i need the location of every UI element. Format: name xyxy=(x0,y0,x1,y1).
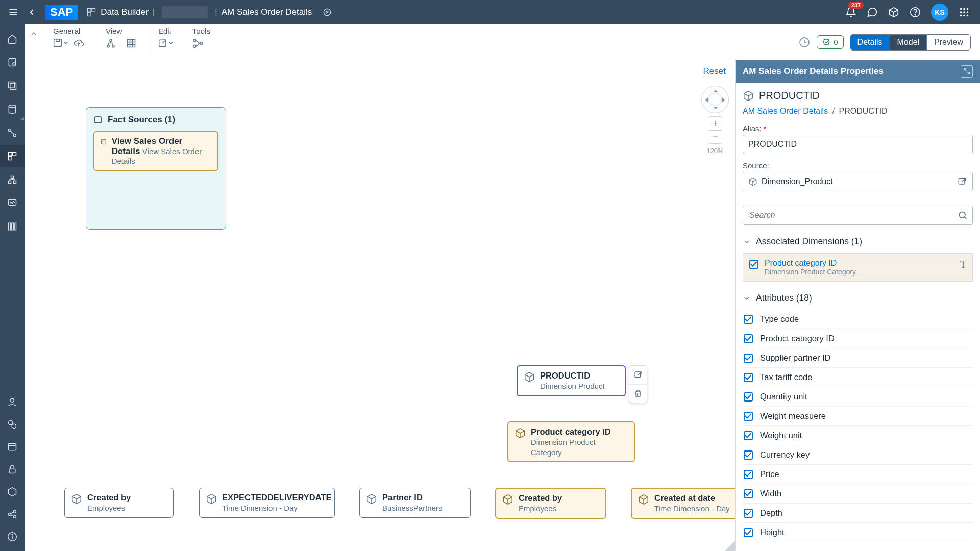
close-icon[interactable] xyxy=(321,6,333,18)
zoom-in-icon[interactable]: + xyxy=(708,117,722,130)
checkbox[interactable] xyxy=(744,489,753,498)
reset-button[interactable]: Reset xyxy=(703,66,726,77)
checkbox[interactable] xyxy=(744,354,753,363)
svg-line-81 xyxy=(372,496,376,499)
segment-details[interactable]: Details xyxy=(850,35,890,50)
chat-icon[interactable] xyxy=(867,7,878,18)
validation-pill[interactable]: 0 xyxy=(817,35,843,49)
rail-search-icon[interactable] xyxy=(0,413,24,436)
svg-rect-107 xyxy=(959,178,965,184)
attribute-row[interactable]: Depth xyxy=(743,504,973,523)
bc-root[interactable]: AM Sales Order Details xyxy=(743,107,828,115)
attribute-label: Tax tariff code xyxy=(760,372,812,382)
attribute-row[interactable]: Currency key xyxy=(743,445,973,465)
app-grid-icon[interactable] xyxy=(959,7,970,18)
attribute-row[interactable]: Supplier partner ID xyxy=(743,348,973,368)
node-partner-id[interactable]: Partner IDBusinessPartners xyxy=(359,488,471,518)
node-product-category[interactable]: Product category IDDimension Product Cat… xyxy=(507,421,635,462)
app-name[interactable]: Data Builder xyxy=(101,7,149,17)
rail-data-builder-icon[interactable] xyxy=(0,145,24,167)
node-created-at[interactable]: Created at dateTime Dimension - Day xyxy=(631,488,742,519)
history-icon[interactable] xyxy=(798,36,811,48)
resize-handle[interactable] xyxy=(725,541,735,551)
pan-compass[interactable] xyxy=(701,86,729,113)
svg-rect-54 xyxy=(54,39,62,47)
impact-icon[interactable] xyxy=(192,38,204,49)
rail-database-icon[interactable] xyxy=(0,98,24,120)
grid-view-icon[interactable] xyxy=(126,38,137,49)
save-icon[interactable] xyxy=(53,38,64,49)
attribute-row[interactable]: Height xyxy=(743,523,973,542)
menu-icon[interactable] xyxy=(4,3,22,21)
attribute-row[interactable]: Price xyxy=(743,465,973,484)
node-created-by-1[interactable]: Created byEmployees xyxy=(64,488,174,518)
checkbox[interactable] xyxy=(744,373,753,382)
rail-catalog-icon[interactable] xyxy=(0,436,24,458)
node-created-by-2[interactable]: Created byEmployees xyxy=(495,488,606,519)
rail-package-icon[interactable] xyxy=(0,481,24,503)
attribute-label: Product category ID xyxy=(760,334,835,343)
section-attributes[interactable]: Attributes (18) xyxy=(743,293,973,304)
checkbox[interactable] xyxy=(744,392,753,402)
checkbox[interactable] xyxy=(744,431,753,440)
rail-repository-icon[interactable] xyxy=(0,51,24,73)
svg-line-11 xyxy=(894,10,898,12)
rail-flow-icon[interactable] xyxy=(0,121,24,144)
search-input[interactable] xyxy=(743,206,973,225)
collapse-toolbar-icon[interactable] xyxy=(24,24,43,60)
rail-info-icon[interactable] xyxy=(0,525,24,548)
avatar[interactable]: KS xyxy=(931,4,948,21)
attribute-row[interactable]: Width xyxy=(743,484,973,504)
expand-panel-icon[interactable] xyxy=(961,65,973,78)
checkbox[interactable] xyxy=(744,509,753,518)
deploy-icon[interactable] xyxy=(74,38,85,49)
section-associated-dimensions[interactable]: Associated Dimensions (1) xyxy=(743,236,973,247)
help-icon[interactable] xyxy=(910,7,921,18)
rail-columns-icon[interactable] xyxy=(0,215,24,238)
rail-person-icon[interactable] xyxy=(0,391,24,413)
segment-model[interactable]: Model xyxy=(890,35,927,50)
segment-preview[interactable]: Preview xyxy=(926,35,970,50)
open-source-icon[interactable] xyxy=(957,177,967,187)
node-expected-delivery[interactable]: EXPECTEDDELIVERYDATETime Dimension - Day xyxy=(199,488,335,518)
attribute-row[interactable]: Tax tariff code xyxy=(743,368,973,387)
checkbox[interactable] xyxy=(744,334,753,343)
model-canvas[interactable]: Fact Sources (1) View Sales Order Detail… xyxy=(24,60,735,551)
checkbox[interactable] xyxy=(749,260,758,269)
alias-input[interactable]: PRODUCTID xyxy=(743,135,973,154)
notification-icon[interactable]: 237 xyxy=(845,7,856,18)
rail-monitor-icon[interactable] xyxy=(0,192,24,214)
rail-share-icon[interactable] xyxy=(0,503,24,525)
attribute-row[interactable]: Quantity unit xyxy=(743,387,973,407)
checkbox[interactable] xyxy=(744,450,753,460)
tree-view-icon[interactable] xyxy=(106,38,117,49)
checkbox[interactable] xyxy=(744,528,753,537)
toolbar-group-tools: Tools xyxy=(182,24,220,60)
zoom-out-icon[interactable]: − xyxy=(708,130,722,143)
svg-rect-43 xyxy=(9,443,16,450)
rail-lock-icon[interactable] xyxy=(0,458,24,481)
export-icon[interactable] xyxy=(158,38,169,49)
fact-sources-group[interactable]: Fact Sources (1) View Sales Order Detail… xyxy=(86,107,226,230)
search-icon[interactable] xyxy=(958,210,968,220)
source-input[interactable]: Dimension_Product xyxy=(743,172,973,191)
attribute-row[interactable]: Weight measuere xyxy=(743,407,973,426)
checkbox[interactable] xyxy=(744,412,753,421)
node-open-icon[interactable] xyxy=(629,366,647,384)
svg-rect-59 xyxy=(128,40,135,47)
back-icon[interactable] xyxy=(22,3,41,21)
node-delete-icon[interactable] xyxy=(629,384,647,403)
package-icon[interactable] xyxy=(888,7,899,18)
attribute-row[interactable]: Type code xyxy=(743,310,973,329)
attribute-row[interactable]: Product category ID xyxy=(743,329,973,348)
space-selector[interactable] xyxy=(162,6,208,18)
node-productid[interactable]: PRODUCTIDDimension Product xyxy=(517,365,626,396)
checkbox[interactable] xyxy=(744,470,753,479)
attribute-row[interactable]: Weight unit xyxy=(743,426,973,445)
rail-layers-icon[interactable] xyxy=(0,74,24,97)
fact-node-view-sales-order[interactable]: View Sales Order Details View Sales Orde… xyxy=(93,131,218,171)
rail-home-icon[interactable] xyxy=(0,28,24,50)
associated-dimension-card[interactable]: Product category ID Dimension Product Ca… xyxy=(743,253,973,282)
checkbox[interactable] xyxy=(744,315,753,324)
rail-hierarchy-icon[interactable] xyxy=(0,168,24,191)
